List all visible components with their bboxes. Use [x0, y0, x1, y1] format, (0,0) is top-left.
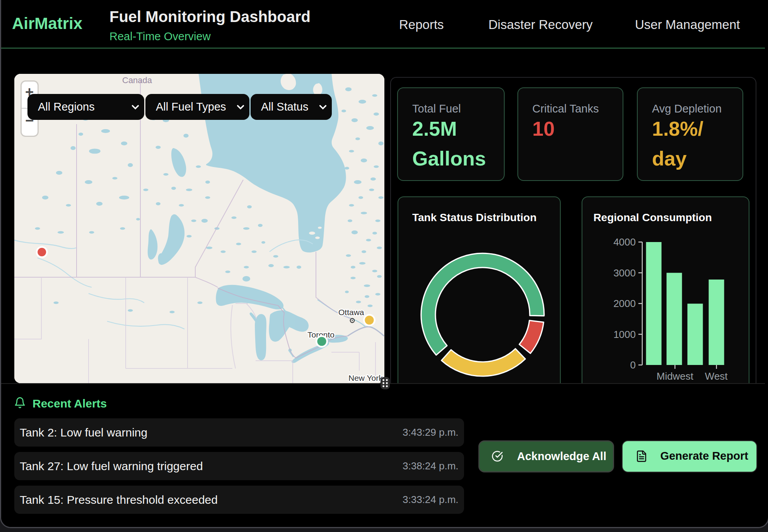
svg-text:Midwest: Midwest: [657, 370, 694, 382]
svg-text:New York: New York: [348, 373, 383, 382]
svg-text:Canada: Canada: [122, 75, 152, 85]
svg-text:4000: 4000: [614, 236, 636, 248]
svg-text:1000: 1000: [614, 329, 636, 340]
svg-text:2000: 2000: [614, 298, 636, 309]
svg-text:Ottawa: Ottawa: [338, 308, 364, 317]
svg-text:3000: 3000: [614, 267, 636, 279]
svg-text:0: 0: [630, 359, 636, 371]
svg-text:West: West: [705, 370, 728, 382]
